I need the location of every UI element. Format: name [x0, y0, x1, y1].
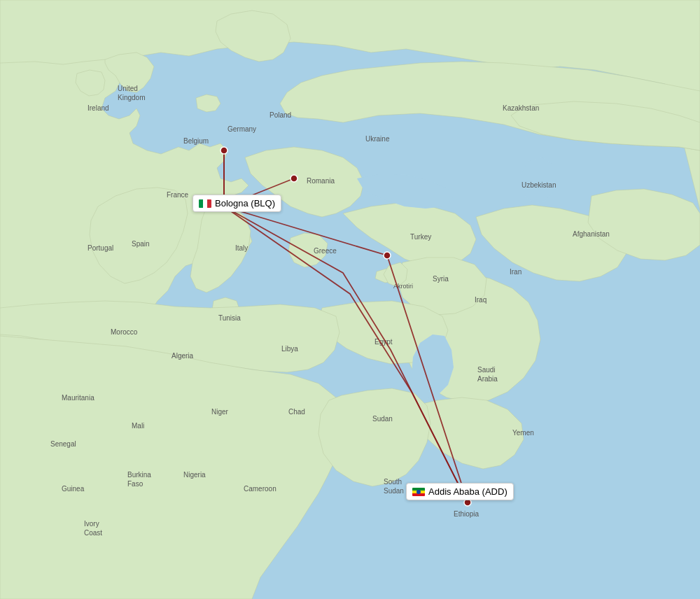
- svg-text:Turkey: Turkey: [410, 233, 431, 241]
- svg-text:Poland: Poland: [270, 111, 291, 119]
- svg-text:Arabia: Arabia: [477, 375, 498, 383]
- svg-text:Senegal: Senegal: [50, 440, 76, 448]
- svg-text:Guinea: Guinea: [62, 485, 85, 493]
- svg-text:Sudan: Sudan: [372, 415, 393, 423]
- svg-text:Italy: Italy: [235, 244, 248, 252]
- svg-text:Iraq: Iraq: [475, 296, 486, 304]
- svg-text:South: South: [384, 478, 402, 486]
- svg-text:Kingdom: Kingdom: [118, 94, 145, 101]
- svg-text:Ethiopia: Ethiopia: [454, 510, 479, 518]
- svg-text:Iran: Iran: [510, 268, 522, 276]
- svg-text:Coast: Coast: [84, 529, 102, 537]
- svg-text:Niger: Niger: [211, 408, 229, 416]
- svg-text:Algeria: Algeria: [172, 352, 194, 360]
- svg-point-49: [220, 202, 228, 211]
- svg-text:Uzbekistan: Uzbekistan: [522, 181, 556, 189]
- svg-text:Ukraine: Ukraine: [365, 135, 390, 143]
- svg-point-50: [464, 499, 471, 506]
- svg-text:Libya: Libya: [281, 345, 298, 353]
- svg-text:Syria: Syria: [433, 275, 449, 283]
- map-svg: Ireland United Kingdom Belgium Germany P…: [0, 0, 700, 599]
- svg-point-46: [220, 147, 227, 154]
- svg-text:Mauritania: Mauritania: [62, 394, 94, 402]
- svg-text:Spain: Spain: [132, 240, 150, 248]
- svg-text:Greece: Greece: [314, 247, 337, 255]
- svg-text:Burkina: Burkina: [127, 471, 151, 479]
- svg-text:Afghanistan: Afghanistan: [573, 230, 610, 238]
- svg-text:Nigeria: Nigeria: [183, 471, 206, 479]
- svg-text:Mali: Mali: [132, 422, 144, 430]
- svg-text:Germany: Germany: [227, 125, 256, 133]
- svg-text:Romania: Romania: [307, 177, 335, 185]
- svg-text:Tunisia: Tunisia: [218, 314, 241, 322]
- svg-text:Sudan: Sudan: [384, 487, 404, 495]
- svg-text:Morocco: Morocco: [111, 328, 138, 336]
- svg-text:United: United: [118, 85, 138, 92]
- svg-text:Belgium: Belgium: [183, 137, 209, 145]
- svg-text:France: France: [167, 191, 189, 199]
- svg-text:Ireland: Ireland: [88, 104, 109, 112]
- svg-text:Kazakhstan: Kazakhstan: [503, 104, 539, 112]
- svg-text:Cameroon: Cameroon: [244, 485, 276, 493]
- svg-text:Portugal: Portugal: [88, 244, 113, 252]
- svg-text:Faso: Faso: [127, 480, 144, 488]
- svg-point-47: [290, 175, 298, 182]
- svg-text:Yemen: Yemen: [512, 429, 534, 437]
- svg-text:Ivory: Ivory: [84, 520, 99, 528]
- svg-text:Chad: Chad: [288, 408, 305, 416]
- svg-text:Saudi: Saudi: [477, 366, 496, 374]
- svg-point-48: [384, 252, 391, 259]
- map-container: Ireland United Kingdom Belgium Germany P…: [0, 0, 700, 599]
